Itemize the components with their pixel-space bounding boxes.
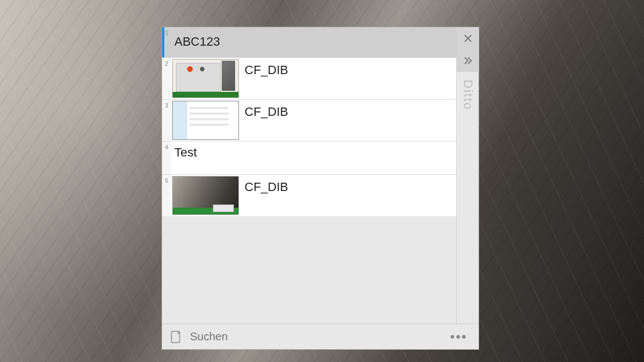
footer-bar: ••• bbox=[162, 324, 479, 349]
clip-label: CF_DIB bbox=[242, 175, 292, 196]
clip-item-2[interactable]: 2 CF_DIB bbox=[162, 57, 456, 99]
clip-item-1[interactable]: 1 ABC123 bbox=[162, 27, 456, 57]
close-button[interactable] bbox=[457, 27, 479, 50]
close-icon bbox=[462, 33, 474, 44]
clip-list: 1 ABC123 2 CF_DIB 3 CF_DIB 4 Test 5 CF_D… bbox=[162, 27, 456, 324]
clip-thumbnail bbox=[172, 176, 239, 215]
clip-label: ABC123 bbox=[171, 27, 225, 51]
chevrons-right-icon bbox=[462, 55, 474, 66]
clip-label: Test bbox=[171, 141, 201, 162]
clip-item-4[interactable]: 4 Test bbox=[162, 141, 456, 174]
clip-thumbnail bbox=[172, 59, 239, 98]
paste-icon[interactable] bbox=[170, 330, 182, 344]
right-rail: Ditto bbox=[456, 27, 479, 324]
clip-index: 2 bbox=[162, 58, 171, 99]
clip-index: 5 bbox=[162, 175, 171, 216]
more-icon: ••• bbox=[450, 329, 467, 344]
search-input[interactable] bbox=[190, 330, 439, 343]
empty-area bbox=[162, 216, 456, 324]
clip-label: CF_DIB bbox=[242, 58, 292, 79]
clip-item-5[interactable]: 5 CF_DIB bbox=[162, 174, 456, 216]
clip-thumbnail bbox=[172, 101, 239, 140]
clip-index: 4 bbox=[162, 141, 171, 174]
clip-index: 1 bbox=[162, 27, 171, 57]
more-button[interactable]: ••• bbox=[447, 334, 471, 340]
ditto-window: 1 ABC123 2 CF_DIB 3 CF_DIB 4 Test 5 CF_D… bbox=[162, 27, 479, 350]
main-area: 1 ABC123 2 CF_DIB 3 CF_DIB 4 Test 5 CF_D… bbox=[162, 27, 479, 324]
app-title: Ditto bbox=[461, 80, 475, 110]
clip-item-3[interactable]: 3 CF_DIB bbox=[162, 99, 456, 141]
expand-button[interactable] bbox=[457, 50, 479, 72]
clip-index: 3 bbox=[162, 100, 171, 141]
clip-label: CF_DIB bbox=[242, 100, 292, 121]
